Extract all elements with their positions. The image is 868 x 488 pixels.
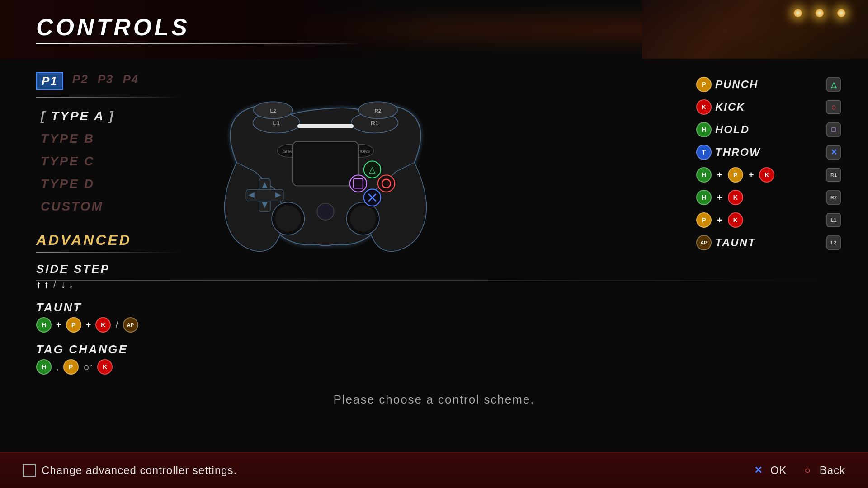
bottom-left: Change advanced controller settings. [23, 464, 237, 477]
type-d[interactable]: TYPE D [36, 177, 208, 191]
mapping-taunt-r: AP TAUNT L2 [696, 235, 841, 250]
kick-mapping-left: K KICK [696, 99, 745, 115]
mapping-hold: H HOLD □ [696, 122, 841, 137]
hold-label: HOLD [715, 123, 750, 136]
taunt-p-btn: P [66, 317, 81, 333]
ok-cross-icon: ✕ [751, 463, 766, 478]
square-button-icon [23, 464, 36, 477]
back-action[interactable]: ○ Back [801, 463, 845, 478]
tag-change-label: TAG CHANGE [36, 343, 208, 357]
hpk-k-icon: K [759, 167, 774, 183]
hpk-ps-btn: R1 [826, 168, 841, 182]
svg-rect-8 [297, 124, 354, 128]
svg-point-24 [350, 206, 376, 232]
hpk-p-icon: P [728, 167, 743, 183]
tag-k-btn: K [97, 359, 113, 375]
svg-point-14 [317, 203, 334, 220]
tab-p1[interactable]: P1 [36, 72, 63, 90]
pk-l1: L1 [826, 213, 841, 227]
taunt-r-ps-btn: L2 [826, 235, 841, 250]
taunt-r-mapping-left: AP TAUNT [696, 235, 756, 250]
light-1 [794, 9, 802, 17]
kick-circle: ○ [826, 100, 841, 114]
tag-h-btn: H [36, 359, 52, 375]
advanced-section: ADVANCED SIDE STEP ↑ ↑ / ↓ ↓ TAUNT H + [36, 232, 208, 375]
bracket-close: ] [104, 109, 114, 123]
left-panel: P1 P2 P3 P4 [ TYPE A ] TYPE B TYPE C TYP… [36, 72, 208, 385]
svg-text:L2: L2 [270, 108, 276, 113]
header-underline [36, 43, 362, 44]
pk-ps-btn: L1 [826, 213, 841, 227]
main-content: P1 P2 P3 P4 [ TYPE A ] TYPE B TYPE C TYP… [0, 63, 868, 452]
punch-p-icon: P [696, 77, 712, 92]
taunt-moves: H + P + K / AP [36, 317, 208, 333]
hold-mapping-left: H HOLD [696, 122, 750, 137]
punch-mapping-left: P PUNCH [696, 77, 758, 92]
svg-rect-13 [293, 141, 359, 186]
taunt-r-label: TAUNT [715, 236, 756, 249]
hpk-h-icon: H [696, 167, 712, 183]
taunt-r-l2: L2 [826, 235, 841, 250]
bottom-bar: Change advanced controller settings. ✕ O… [0, 452, 868, 488]
throw-mapping-left: T THROW [696, 145, 761, 160]
pk-mapping-left: P + K [696, 212, 743, 228]
light-3 [837, 9, 845, 17]
advanced-underline [36, 252, 181, 253]
taunt-row: TAUNT H + P + K / AP [36, 300, 208, 333]
tab-p4[interactable]: P4 [123, 72, 139, 90]
punch-ps-btn: △ [826, 77, 841, 92]
taunt-r-ap-icon: AP [696, 235, 712, 250]
hk-r2: R2 [826, 190, 841, 205]
hk-ps-btn: R2 [826, 190, 841, 205]
tabs-underline [36, 97, 181, 98]
back-circle-icon: ○ [801, 463, 815, 478]
tag-p-btn: P [63, 359, 79, 375]
advanced-title: ADVANCED [36, 232, 208, 249]
svg-point-27 [350, 175, 367, 192]
ok-label: OK [770, 464, 787, 477]
side-step-row: SIDE STEP ↑ ↑ / ↓ ↓ [36, 262, 208, 291]
hk-mapping-left: H + K [696, 190, 743, 205]
hk-h-icon: H [696, 190, 712, 205]
tag-change-moves: H , P or K [36, 359, 208, 375]
side-step-label: SIDE STEP [36, 262, 208, 276]
change-settings-text: Change advanced controller settings. [42, 464, 237, 477]
mapping-throw: T THROW ✕ [696, 145, 841, 160]
light-2 [816, 9, 824, 17]
pk-k-icon: K [728, 212, 743, 228]
type-custom[interactable]: CUSTOM [36, 199, 208, 214]
taunt-ap-btn: AP [123, 317, 138, 333]
hold-h-icon: H [696, 122, 712, 137]
type-c[interactable]: TYPE C [36, 154, 208, 169]
punch-label: PUNCH [715, 78, 758, 91]
controller-area: L1 L2 R1 R2 SHARE OPTIONS [190, 63, 461, 271]
taunt-k-btn: K [95, 317, 111, 333]
right-panel: P PUNCH △ K KICK ○ H [696, 77, 841, 258]
mapping-hpk: H + P + K R1 [696, 167, 841, 183]
tab-p2[interactable]: P2 [72, 72, 89, 90]
punch-triangle: △ [826, 77, 841, 92]
hpk-r1: R1 [826, 168, 841, 182]
or-text: or [84, 362, 92, 372]
hk-k-icon: K [728, 190, 743, 205]
kick-ps-btn: ○ [826, 100, 841, 114]
taunt-h-btn: H [36, 317, 52, 333]
mapping-kick: K KICK ○ [696, 99, 841, 115]
taunt-label: TAUNT [36, 300, 208, 314]
mapping-punch: P PUNCH △ [696, 77, 841, 92]
info-section: Please choose a control scheme. [0, 393, 868, 407]
tab-p3[interactable]: P3 [98, 72, 114, 90]
mapping-pk: P + K L1 [696, 212, 841, 228]
arena-background [642, 0, 868, 59]
svg-text:△: △ [369, 165, 376, 174]
back-label: Back [820, 464, 845, 477]
controller-svg: L1 L2 R1 R2 SHARE OPTIONS [190, 63, 461, 271]
slash-2: / [115, 319, 118, 331]
svg-point-29 [378, 175, 395, 192]
arena-lights [794, 9, 845, 17]
throw-ps-btn: ✕ [826, 145, 841, 160]
ok-action[interactable]: ✕ OK [751, 463, 787, 478]
hold-ps-btn: □ [826, 122, 841, 137]
type-b[interactable]: TYPE B [36, 131, 208, 146]
type-a[interactable]: [ TYPE A ] [36, 109, 208, 123]
